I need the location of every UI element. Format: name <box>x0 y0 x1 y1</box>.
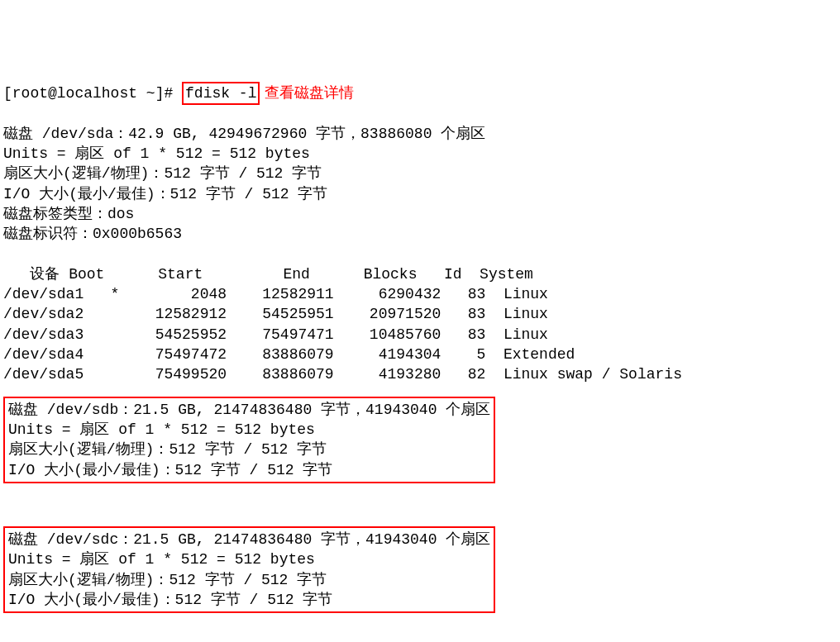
disk-b-units: Units = 扇区 of 1 * 512 = 512 bytes <box>8 421 315 438</box>
disk-a-io: I/O 大小(最小/最佳)：512 字节 / 512 字节 <box>3 186 327 202</box>
disk-a-header: 磁盘 /dev/sda：42.9 GB, 42949672960 字节，8388… <box>3 126 485 142</box>
terminal-output: [root@localhost ~]# fdisk -l查看磁盘详情 磁盘 /d… <box>3 83 837 642</box>
disk-c-header: 磁盘 /dev/sdc：21.5 GB, 21474836480 字节，4194… <box>8 531 490 548</box>
disk-b-io: I/O 大小(最小/最佳)：512 字节 / 512 字节 <box>8 462 332 478</box>
annotation-label: 查看磁盘详情 <box>265 85 354 102</box>
command-text: fdisk -l <box>185 85 256 102</box>
disk-c-units: Units = 扇区 of 1 * 512 = 512 bytes <box>8 551 315 568</box>
partition-table-header: 设备 Boot Start End Blocks Id System <box>3 266 533 283</box>
disk-a-units: Units = 扇区 of 1 * 512 = 512 bytes <box>3 145 310 162</box>
partition-row: /dev/sda5 75499520 83886079 4193280 82 L… <box>3 366 682 383</box>
shell-prompt: [root@localhost ~]# <box>3 85 182 102</box>
partition-row: /dev/sda3 54525952 75497471 10485760 83 … <box>3 326 548 343</box>
disk-c-highlight: 磁盘 /dev/sdc：21.5 GB, 21474836480 字节，4194… <box>3 526 495 613</box>
disk-a-sector: 扇区大小(逻辑/物理)：512 字节 / 512 字节 <box>3 165 322 182</box>
partition-row: /dev/sda2 12582912 54525951 20971520 83 … <box>3 306 548 322</box>
partition-row: /dev/sda4 75497472 83886079 4194304 5 Ex… <box>3 346 575 363</box>
disk-b-highlight: 磁盘 /dev/sdb：21.5 GB, 21474836480 字节，4194… <box>3 397 495 483</box>
disk-b-header: 磁盘 /dev/sdb：21.5 GB, 21474836480 字节，4194… <box>8 402 490 418</box>
disk-a-label: 磁盘标签类型：dos <box>3 206 134 222</box>
command-highlight: fdisk -l <box>182 82 260 105</box>
disk-c-io: I/O 大小(最小/最佳)：512 字节 / 512 字节 <box>8 592 332 608</box>
disk-c-sector: 扇区大小(逻辑/物理)：512 字节 / 512 字节 <box>8 572 327 588</box>
disk-a-ident: 磁盘标识符：0x000b6563 <box>3 226 182 242</box>
disk-b-sector: 扇区大小(逻辑/物理)：512 字节 / 512 字节 <box>8 441 327 458</box>
partition-row: /dev/sda1 * 2048 12582911 6290432 83 Lin… <box>3 286 548 302</box>
